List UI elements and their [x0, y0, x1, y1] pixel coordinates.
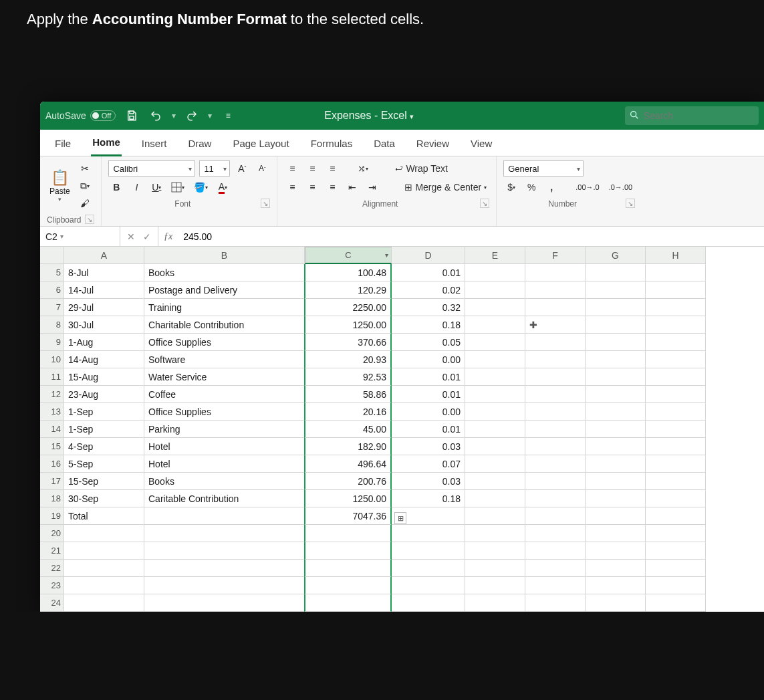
cell-E10[interactable] — [465, 351, 525, 368]
row-header-10[interactable]: 10 — [40, 351, 64, 368]
underline-button[interactable]: U ▾ — [148, 179, 164, 195]
cell-E11[interactable] — [465, 368, 525, 386]
percent-button[interactable]: % — [523, 179, 539, 195]
cell-B7[interactable]: Training — [144, 299, 305, 316]
cell-F16[interactable] — [525, 455, 586, 473]
cell-B18[interactable]: Caritable Contribution — [144, 490, 305, 507]
cell-C9[interactable]: 370.66 — [304, 334, 392, 351]
cell-H13[interactable] — [646, 403, 706, 421]
column-header-H[interactable]: H — [646, 247, 706, 264]
cell-B6[interactable]: Postage and Delivery — [144, 281, 305, 299]
cell-H11[interactable] — [646, 368, 706, 386]
cell-F11[interactable] — [525, 368, 586, 386]
cell-E22[interactable] — [465, 560, 525, 577]
row-header-16[interactable]: 16 — [40, 455, 64, 473]
cell-D24[interactable] — [392, 594, 465, 612]
row-header-23[interactable]: 23 — [40, 577, 64, 594]
cell-C23[interactable] — [304, 577, 392, 594]
cell-F23[interactable] — [525, 577, 586, 594]
cell-H21[interactable] — [646, 542, 706, 560]
italic-button[interactable]: I — [128, 179, 144, 195]
cell-B24[interactable] — [144, 594, 305, 612]
cell-A10[interactable]: 14-Aug — [64, 351, 144, 368]
cell-D7[interactable]: 0.32 — [392, 299, 465, 316]
cell-G18[interactable] — [586, 490, 646, 507]
cell-F12[interactable] — [525, 386, 586, 403]
cell-D10[interactable]: 0.00 — [392, 351, 465, 368]
cell-F21[interactable] — [525, 542, 586, 560]
tab-formulas[interactable]: Formulas — [309, 134, 354, 156]
cell-D6[interactable]: 0.02 — [392, 281, 465, 299]
column-header-F[interactable]: F — [525, 247, 586, 264]
row-header-18[interactable]: 18 — [40, 490, 64, 507]
cell-A14[interactable]: 1-Sep — [64, 421, 144, 438]
cell-B10[interactable]: Software — [144, 351, 305, 368]
font-name-select[interactable]: Calibri — [108, 160, 195, 177]
dialog-launcher-icon[interactable]: ↘ — [261, 199, 270, 208]
cell-A24[interactable] — [64, 594, 144, 612]
cell-E12[interactable] — [465, 386, 525, 403]
bold-button[interactable]: B — [108, 179, 124, 195]
tab-view[interactable]: View — [469, 134, 493, 156]
orientation-icon[interactable]: ⤭▾ — [355, 160, 371, 177]
tab-review[interactable]: Review — [415, 134, 451, 156]
cell-B15[interactable]: Hotel — [144, 438, 305, 455]
align-middle-icon[interactable]: ≡ — [304, 160, 320, 177]
cell-F5[interactable] — [525, 264, 586, 281]
paste-button[interactable]: 📋 Paste ▾ — [47, 169, 73, 203]
autosave-toggle[interactable]: AutoSave Off — [45, 110, 116, 121]
align-right-icon[interactable]: ≡ — [324, 179, 340, 195]
cell-D20[interactable] — [392, 525, 465, 542]
cell-D15[interactable]: 0.03 — [392, 438, 465, 455]
cell-H5[interactable] — [646, 264, 706, 281]
cell-F7[interactable] — [525, 299, 586, 316]
cell-E21[interactable] — [465, 542, 525, 560]
cell-F17[interactable] — [525, 473, 586, 490]
cell-H6[interactable] — [646, 281, 706, 299]
cell-A19[interactable]: Total — [64, 507, 144, 525]
cell-D9[interactable]: 0.05 — [392, 334, 465, 351]
cell-A6[interactable]: 14-Jul — [64, 281, 144, 299]
cell-G8[interactable] — [586, 316, 646, 334]
cell-G24[interactable] — [586, 594, 646, 612]
cell-F13[interactable] — [525, 403, 586, 421]
cell-C20[interactable] — [304, 525, 392, 542]
font-color-icon[interactable]: A▾ — [215, 179, 231, 195]
cell-H24[interactable] — [646, 594, 706, 612]
quick-analysis-icon[interactable]: ⊞ — [394, 512, 406, 524]
cell-E9[interactable] — [465, 334, 525, 351]
cell-H18[interactable] — [646, 490, 706, 507]
cell-G12[interactable] — [586, 386, 646, 403]
cell-D12[interactable]: 0.01 — [392, 386, 465, 403]
formula-input[interactable] — [178, 227, 764, 246]
borders-icon[interactable]: ▾ — [168, 179, 187, 195]
cell-H22[interactable] — [646, 560, 706, 577]
dialog-launcher-icon[interactable]: ↘ — [85, 215, 94, 224]
cell-G10[interactable] — [586, 351, 646, 368]
cell-A13[interactable]: 1-Sep — [64, 403, 144, 421]
cell-D8[interactable]: 0.18 — [392, 316, 465, 334]
row-header-11[interactable]: 11 — [40, 368, 64, 386]
cell-H9[interactable] — [646, 334, 706, 351]
row-header-14[interactable]: 14 — [40, 421, 64, 438]
cell-B12[interactable]: Coffee — [144, 386, 305, 403]
cell-C17[interactable]: 200.76 — [304, 473, 392, 490]
fill-color-icon[interactable]: 🪣▾ — [191, 179, 211, 195]
decrease-decimal-icon[interactable]: .0→.00 — [606, 179, 635, 195]
cell-A8[interactable]: 30-Jul — [64, 316, 144, 334]
cell-A15[interactable]: 4-Sep — [64, 438, 144, 455]
increase-indent-icon[interactable]: ⇥ — [364, 179, 380, 195]
row-header-21[interactable]: 21 — [40, 542, 64, 560]
row-header-5[interactable]: 5 — [40, 264, 64, 281]
cell-F20[interactable] — [525, 525, 586, 542]
cell-G11[interactable] — [586, 368, 646, 386]
cell-H10[interactable] — [646, 351, 706, 368]
cell-G22[interactable] — [586, 560, 646, 577]
name-box[interactable]: C2 — [40, 227, 120, 246]
cell-G17[interactable] — [586, 473, 646, 490]
cell-H23[interactable] — [646, 577, 706, 594]
cell-C19[interactable]: 7047.36⊞ — [304, 507, 392, 525]
cell-H20[interactable] — [646, 525, 706, 542]
align-center-icon[interactable]: ≡ — [304, 179, 320, 195]
cell-C14[interactable]: 45.00 — [304, 421, 392, 438]
